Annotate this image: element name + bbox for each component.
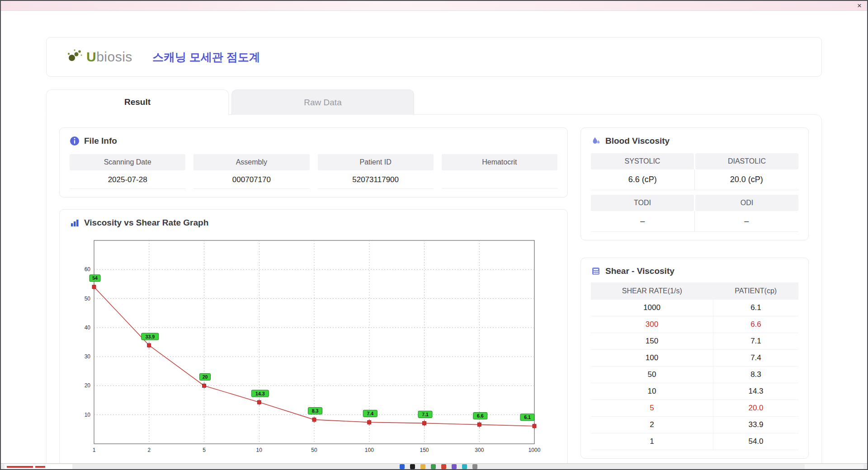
shear-rate-cell: 50 <box>591 367 713 383</box>
point-label: 54 <box>90 275 100 282</box>
shear-table-row: 2 33.9 <box>591 417 798 433</box>
svg-text:150: 150 <box>420 447 429 453</box>
svg-text:2: 2 <box>147 447 151 453</box>
bv-value: – <box>591 211 695 231</box>
app-window: × Ubiosis 스캐닝 모세관 점도계 Re <box>0 0 868 470</box>
svg-text:50: 50 <box>311 447 317 453</box>
point-label: 6.1 <box>520 414 534 421</box>
main-panel: File Info Scanning Date 2025-07-28 Assem… <box>46 114 822 463</box>
taskbar-icon[interactable] <box>441 464 446 469</box>
tab-raw-data[interactable]: Raw Data <box>231 89 414 115</box>
shear-viscosity-card: Shear - Viscosity SHEAR RATE(1/s) PATIEN… <box>580 258 809 459</box>
point-label: 33.9 <box>142 333 159 340</box>
file-info-field-hematocrit: Hematocrit <box>442 154 557 189</box>
taskbar-icon[interactable] <box>400 464 405 469</box>
page-title: 스캐닝 모세관 점도계 <box>152 50 260 65</box>
tab-result[interactable]: Result <box>46 89 229 115</box>
right-column: Blood Viscosity SYSTOLIC DIASTOLIC 6.6 (… <box>580 127 809 463</box>
taskbar-red-text-fragment <box>7 466 33 468</box>
svg-text:20: 20 <box>85 382 91 389</box>
svg-text:60: 60 <box>85 266 91 273</box>
shear-rate-cell: 300 <box>591 316 713 333</box>
bv-value: – <box>695 211 799 231</box>
info-icon <box>70 136 80 146</box>
svg-text:100: 100 <box>365 447 374 453</box>
shear-rate-cell: 1000 <box>591 300 713 316</box>
svg-text:33.9: 33.9 <box>146 334 155 339</box>
taskbar-icon[interactable] <box>410 464 415 469</box>
tab-bar: Result Raw Data <box>46 89 822 115</box>
patient-viscosity-cell: 33.9 <box>713 417 798 433</box>
bv-label: ODI <box>695 195 798 211</box>
taskbar-icon[interactable] <box>452 464 457 469</box>
left-column: File Info Scanning Date 2025-07-28 Assem… <box>59 127 568 463</box>
point-label: 7.1 <box>418 411 432 418</box>
svg-text:30: 30 <box>85 353 91 360</box>
shear-table-row: 1 54.0 <box>591 433 798 450</box>
shear-viscosity-title-row: Shear - Viscosity <box>591 266 798 276</box>
file-info-field-patient-id: Patient ID 52073117900 <box>318 154 434 189</box>
viscosity-chart-svg: 102030405060125105010015030010005433.920… <box>72 234 542 460</box>
ubiosis-logo: Ubiosis <box>66 48 132 66</box>
field-label: Hematocrit <box>442 154 557 170</box>
svg-text:7.1: 7.1 <box>422 412 429 417</box>
taskbar-tray[interactable] <box>805 464 863 469</box>
bar-chart-icon <box>70 218 80 228</box>
shear-table-row: 10 14.3 <box>591 383 798 400</box>
patient-column-header: PATIENT(cp) <box>713 282 798 300</box>
taskbar-app-label[interactable] <box>5 464 72 469</box>
svg-text:20: 20 <box>203 374 208 380</box>
taskbar <box>1 463 867 469</box>
patient-viscosity-cell: 14.3 <box>713 383 798 400</box>
close-icon[interactable]: × <box>857 2 862 9</box>
taskbar-icon[interactable] <box>420 464 425 469</box>
shear-table-header-row: SHEAR RATE(1/s) PATIENT(cp) <box>591 282 798 300</box>
blood-viscosity-title-row: Blood Viscosity <box>591 136 798 146</box>
shear-table-body: 1000 6.1 300 6.6 150 7.1 100 7.4 50 8.3 … <box>591 300 798 450</box>
shear-table-row: 1000 6.1 <box>591 300 798 316</box>
svg-text:6.6: 6.6 <box>477 413 484 418</box>
shear-rate-cell: 10 <box>591 383 713 400</box>
viscosity-chart: 102030405060125105010015030010005433.920… <box>72 234 557 462</box>
patient-viscosity-cell: 20.0 <box>713 400 798 417</box>
shear-viscosity-table: SHEAR RATE(1/s) PATIENT(cp) 1000 6.1 300… <box>591 282 798 450</box>
graph-title-row: Viscosity vs Shear Rate Graph <box>70 218 557 228</box>
svg-text:50: 50 <box>85 296 91 302</box>
taskbar-icons <box>400 464 477 469</box>
blood-viscosity-grid: SYSTOLIC DIASTOLIC 6.6 (cP) 20.0 (cP) TO… <box>591 153 798 232</box>
point-label: 7.4 <box>363 410 377 417</box>
blood-viscosity-card: Blood Viscosity SYSTOLIC DIASTOLIC 6.6 (… <box>580 127 809 240</box>
patient-viscosity-cell: 6.1 <box>713 300 798 316</box>
bv-label: DIASTOLIC <box>695 153 798 169</box>
shear-rate-cell: 150 <box>591 333 713 350</box>
shear-rate-cell: 2 <box>591 417 713 433</box>
shear-rate-cell: 5 <box>591 400 713 417</box>
droplet-icon <box>591 136 601 146</box>
header-card: Ubiosis 스캐닝 모세관 점도계 <box>46 37 822 77</box>
titlebar: × <box>1 1 867 11</box>
taskbar-icon[interactable] <box>472 464 477 469</box>
logo-text: Ubiosis <box>86 49 132 65</box>
shear-viscosity-heading: Shear - Viscosity <box>605 266 675 276</box>
shear-table-row: 5 20.0 <box>591 400 798 417</box>
patient-viscosity-cell: 7.4 <box>713 350 798 367</box>
shear-table-row: 300 6.6 <box>591 316 798 333</box>
shear-table-row: 150 7.1 <box>591 333 798 350</box>
file-info-fields: Scanning Date 2025-07-28 Assembly 000707… <box>70 154 557 189</box>
point-label: 6.6 <box>473 413 487 419</box>
graph-heading: Viscosity vs Shear Rate Graph <box>84 218 208 228</box>
blood-viscosity-heading: Blood Viscosity <box>605 136 670 146</box>
file-info-field-scanning-date: Scanning Date 2025-07-28 <box>70 154 185 189</box>
bv-label-row: SYSTOLIC DIASTOLIC <box>591 153 798 169</box>
bv-value-row: – – <box>591 211 798 232</box>
viscosity-graph-card: Viscosity vs Shear Rate Graph 1020304050… <box>59 209 568 463</box>
taskbar-red-text-fragment <box>35 466 45 468</box>
file-info-field-assembly: Assembly 000707170 <box>193 154 309 189</box>
patient-viscosity-cell: 7.1 <box>713 333 798 350</box>
taskbar-icon[interactable] <box>431 464 436 469</box>
svg-text:8.3: 8.3 <box>312 408 319 414</box>
taskbar-icon[interactable] <box>462 464 467 469</box>
field-value <box>442 170 557 188</box>
svg-text:10: 10 <box>256 447 263 453</box>
field-label: Patient ID <box>318 154 434 170</box>
